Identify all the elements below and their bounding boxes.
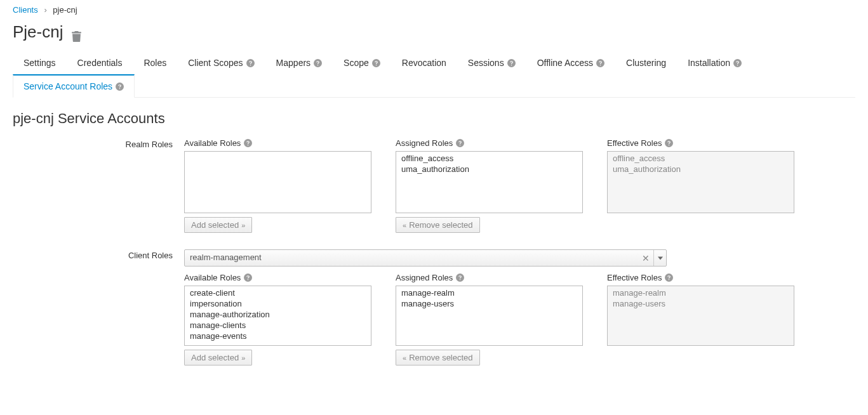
help-icon[interactable] — [507, 59, 516, 67]
realm-assigned-listbox[interactable]: offline_accessuma_authorization — [396, 151, 583, 213]
list-item[interactable]: impersonation — [185, 298, 371, 309]
chevron-down-icon[interactable] — [653, 250, 666, 266]
tab-sessions[interactable]: Sessions — [457, 51, 526, 74]
list-item: manage-realm — [608, 287, 794, 298]
list-item[interactable]: manage-realm — [396, 287, 582, 298]
tab-scope[interactable]: Scope — [333, 51, 391, 74]
assigned-roles-label: Assigned Roles — [396, 273, 453, 282]
clear-icon[interactable]: ✕ — [638, 250, 653, 266]
help-icon[interactable] — [116, 82, 124, 91]
tabs: SettingsCredentialsRolesClient ScopesMap… — [13, 51, 855, 98]
list-item[interactable]: offline_access — [396, 153, 582, 164]
tab-settings[interactable]: Settings — [13, 51, 67, 74]
help-icon[interactable] — [456, 139, 464, 147]
client-assigned-listbox[interactable]: manage-realmmanage-users — [396, 286, 583, 346]
tab-credentials[interactable]: Credentials — [67, 51, 133, 74]
add-selected-button[interactable]: Add selected » — [184, 350, 252, 366]
realm-roles-label: Realm Roles — [13, 138, 184, 233]
list-item: offline_access — [608, 153, 794, 164]
client-roles-row: Client Roles realm-management ✕ Availabl… — [13, 249, 855, 366]
remove-selected-button[interactable]: « Remove selected — [396, 350, 480, 366]
effective-roles-label: Effective Roles — [607, 138, 662, 148]
list-item[interactable]: create-client — [185, 287, 371, 298]
remove-selected-button[interactable]: « Remove selected — [396, 217, 480, 233]
client-effective-listbox: manage-realmmanage-users — [607, 286, 794, 346]
breadcrumb-current: pje-cnj — [53, 5, 77, 15]
list-item: uma_authorization — [608, 164, 794, 175]
realm-effective-listbox: offline_accessuma_authorization — [607, 151, 794, 213]
tab-mappers[interactable]: Mappers — [265, 51, 333, 74]
help-icon[interactable] — [314, 59, 322, 67]
tab-revocation[interactable]: Revocation — [391, 51, 457, 74]
list-item[interactable]: manage-users — [396, 298, 582, 309]
breadcrumb-parent-link[interactable]: Clients — [13, 5, 38, 15]
help-icon[interactable] — [372, 59, 380, 67]
client-select-value: realm-management — [185, 250, 638, 266]
tab-client-scopes[interactable]: Client Scopes — [177, 51, 265, 74]
list-item[interactable]: manage-clients — [185, 320, 371, 331]
help-icon[interactable] — [596, 59, 604, 67]
help-icon[interactable] — [244, 139, 252, 147]
available-roles-label: Available Roles — [184, 273, 241, 282]
help-icon[interactable] — [246, 59, 255, 67]
tab-installation[interactable]: Installation — [677, 51, 752, 74]
list-item[interactable]: uma_authorization — [396, 164, 582, 175]
list-item[interactable]: manage-authorization — [185, 309, 371, 320]
chevron-left-icon: « — [403, 354, 406, 362]
chevron-left-icon: « — [403, 221, 406, 229]
breadcrumb-separator: › — [44, 5, 46, 15]
available-roles-label: Available Roles — [184, 138, 241, 148]
chevron-right-icon: » — [241, 354, 245, 362]
client-available-listbox[interactable]: create-clientimpersonationmanage-authori… — [184, 286, 371, 346]
help-icon[interactable] — [244, 273, 252, 282]
help-icon[interactable] — [456, 273, 464, 282]
help-icon[interactable] — [665, 139, 673, 147]
tab-service-account-roles[interactable]: Service Account Roles — [13, 74, 135, 98]
tab-clustering[interactable]: Clustering — [615, 51, 677, 74]
tab-roles[interactable]: Roles — [133, 51, 177, 74]
help-icon[interactable] — [733, 59, 742, 67]
help-icon[interactable] — [665, 273, 673, 282]
client-roles-label: Client Roles — [13, 249, 184, 366]
list-item: manage-users — [608, 298, 794, 309]
effective-roles-label: Effective Roles — [607, 273, 662, 282]
section-title: pje-cnj Service Accounts — [13, 110, 855, 127]
chevron-right-icon: » — [241, 221, 245, 229]
realm-available-listbox[interactable] — [184, 151, 371, 213]
page-title: Pje-cnj — [13, 22, 855, 42]
tab-offline-access[interactable]: Offline Access — [526, 51, 615, 74]
realm-roles-row: Realm Roles Available Roles Add selected… — [13, 138, 855, 233]
trash-icon[interactable] — [72, 27, 81, 37]
add-selected-button[interactable]: Add selected » — [184, 217, 252, 233]
breadcrumb: Clients › pje-cnj — [13, 5, 855, 15]
list-item[interactable]: manage-events — [185, 331, 371, 341]
client-select-dropdown[interactable]: realm-management ✕ — [184, 249, 667, 267]
assigned-roles-label: Assigned Roles — [396, 138, 453, 148]
